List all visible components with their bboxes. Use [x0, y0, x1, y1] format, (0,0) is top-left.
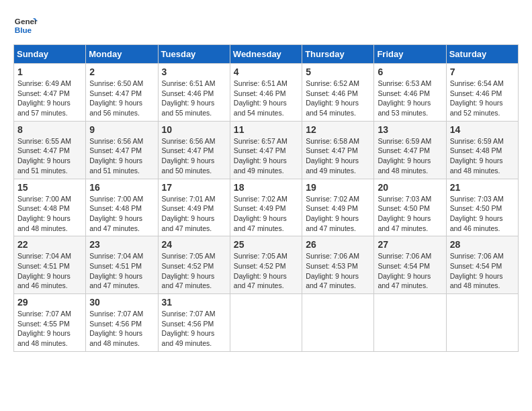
- calendar-cell: 3 Sunrise: 6:51 AMSunset: 4:46 PMDayligh…: [158, 64, 230, 122]
- svg-text:General: General: [15, 17, 38, 26]
- day-info: Sunrise: 7:06 AMSunset: 4:54 PMDaylight:…: [378, 251, 442, 291]
- day-number: 12: [306, 124, 370, 135]
- calendar-cell: 15 Sunrise: 7:00 AMSunset: 4:48 PMDaylig…: [14, 179, 86, 236]
- calendar-cell: [374, 294, 446, 352]
- day-number: 19: [306, 182, 370, 193]
- calendar-cell: 27 Sunrise: 7:06 AMSunset: 4:54 PMDaylig…: [374, 236, 446, 294]
- calendar-cell: 16 Sunrise: 7:00 AMSunset: 4:48 PMDaylig…: [86, 179, 158, 236]
- day-number: 15: [17, 182, 82, 193]
- day-number: 9: [89, 124, 154, 135]
- day-number: 6: [378, 66, 442, 77]
- column-header-monday: Monday: [86, 45, 158, 64]
- day-info: Sunrise: 6:49 AMSunset: 4:47 PMDaylight:…: [17, 79, 82, 118]
- day-info: Sunrise: 7:01 AMSunset: 4:49 PMDaylight:…: [162, 194, 226, 234]
- calendar-cell: 18 Sunrise: 7:02 AMSunset: 4:49 PMDaylig…: [230, 179, 302, 236]
- day-info: Sunrise: 6:55 AMSunset: 4:47 PMDaylight:…: [17, 136, 82, 176]
- day-info: Sunrise: 7:06 AMSunset: 4:53 PMDaylight:…: [306, 251, 370, 291]
- day-info: Sunrise: 6:58 AMSunset: 4:47 PMDaylight:…: [306, 136, 370, 176]
- calendar-cell: 9 Sunrise: 6:56 AMSunset: 4:47 PMDayligh…: [86, 121, 158, 179]
- calendar-cell: 20 Sunrise: 7:03 AMSunset: 4:50 PMDaylig…: [374, 179, 446, 236]
- logo: General Blue: [13, 13, 38, 38]
- column-header-friday: Friday: [374, 45, 446, 64]
- calendar-cell: 14 Sunrise: 6:59 AMSunset: 4:48 PMDaylig…: [446, 121, 518, 179]
- column-header-saturday: Saturday: [446, 45, 518, 64]
- calendar-cell: 25 Sunrise: 7:05 AMSunset: 4:52 PMDaylig…: [230, 236, 302, 294]
- day-info: Sunrise: 7:05 AMSunset: 4:52 PMDaylight:…: [162, 251, 226, 291]
- calendar-cell: 11 Sunrise: 6:57 AMSunset: 4:47 PMDaylig…: [230, 121, 302, 179]
- calendar-cell: 19 Sunrise: 7:02 AMSunset: 4:49 PMDaylig…: [302, 179, 374, 236]
- calendar-cell: 12 Sunrise: 6:58 AMSunset: 4:47 PMDaylig…: [302, 121, 374, 179]
- calendar-cell: [446, 294, 518, 352]
- day-number: 26: [306, 239, 370, 250]
- logo-icon: General Blue: [13, 13, 38, 38]
- day-info: Sunrise: 7:02 AMSunset: 4:49 PMDaylight:…: [306, 194, 370, 234]
- day-number: 14: [450, 124, 515, 135]
- page-header: General Blue: [13, 13, 519, 38]
- day-number: 5: [306, 66, 370, 77]
- column-header-tuesday: Tuesday: [158, 45, 230, 64]
- day-number: 16: [89, 182, 154, 193]
- day-number: 7: [450, 66, 515, 77]
- calendar-week-2: 8 Sunrise: 6:55 AMSunset: 4:47 PMDayligh…: [14, 121, 519, 179]
- calendar-cell: 23 Sunrise: 7:04 AMSunset: 4:51 PMDaylig…: [86, 236, 158, 294]
- day-number: 21: [450, 182, 515, 193]
- day-number: 10: [162, 124, 226, 135]
- calendar-header-row: SundayMondayTuesdayWednesdayThursdayFrid…: [14, 45, 519, 64]
- day-info: Sunrise: 6:52 AMSunset: 4:46 PMDaylight:…: [306, 79, 370, 118]
- calendar-cell: 2 Sunrise: 6:50 AMSunset: 4:47 PMDayligh…: [86, 64, 158, 122]
- calendar-week-4: 22 Sunrise: 7:04 AMSunset: 4:51 PMDaylig…: [14, 236, 519, 294]
- day-info: Sunrise: 6:51 AMSunset: 4:46 PMDaylight:…: [162, 79, 226, 118]
- calendar-week-5: 29 Sunrise: 7:07 AMSunset: 4:55 PMDaylig…: [14, 294, 519, 352]
- day-info: Sunrise: 7:05 AMSunset: 4:52 PMDaylight:…: [234, 251, 298, 291]
- day-info: Sunrise: 7:06 AMSunset: 4:54 PMDaylight:…: [450, 251, 515, 291]
- calendar-cell: 13 Sunrise: 6:59 AMSunset: 4:47 PMDaylig…: [374, 121, 446, 179]
- calendar-cell: [230, 294, 302, 352]
- svg-text:Blue: Blue: [15, 26, 32, 34]
- day-number: 22: [17, 239, 82, 250]
- day-info: Sunrise: 6:54 AMSunset: 4:46 PMDaylight:…: [450, 79, 515, 118]
- calendar-cell: 26 Sunrise: 7:06 AMSunset: 4:53 PMDaylig…: [302, 236, 374, 294]
- day-info: Sunrise: 6:56 AMSunset: 4:47 PMDaylight:…: [162, 136, 226, 176]
- day-info: Sunrise: 6:50 AMSunset: 4:47 PMDaylight:…: [89, 79, 154, 118]
- calendar-cell: 10 Sunrise: 6:56 AMSunset: 4:47 PMDaylig…: [158, 121, 230, 179]
- calendar-cell: [302, 294, 374, 352]
- day-number: 3: [162, 66, 226, 77]
- calendar-cell: 21 Sunrise: 7:03 AMSunset: 4:50 PMDaylig…: [446, 179, 518, 236]
- day-number: 27: [378, 239, 442, 250]
- calendar-table: SundayMondayTuesdayWednesdayThursdayFrid…: [13, 44, 519, 352]
- day-number: 11: [234, 124, 298, 135]
- calendar-cell: 5 Sunrise: 6:52 AMSunset: 4:46 PMDayligh…: [302, 64, 374, 122]
- calendar-cell: 31 Sunrise: 7:07 AMSunset: 4:56 PMDaylig…: [158, 294, 230, 352]
- day-number: 13: [378, 124, 442, 135]
- day-number: 29: [17, 297, 82, 308]
- day-info: Sunrise: 7:00 AMSunset: 4:48 PMDaylight:…: [89, 194, 154, 234]
- calendar-cell: 28 Sunrise: 7:06 AMSunset: 4:54 PMDaylig…: [446, 236, 518, 294]
- calendar-cell: 17 Sunrise: 7:01 AMSunset: 4:49 PMDaylig…: [158, 179, 230, 236]
- day-number: 28: [450, 239, 515, 250]
- day-info: Sunrise: 7:07 AMSunset: 4:56 PMDaylight:…: [89, 309, 154, 349]
- calendar-week-1: 1 Sunrise: 6:49 AMSunset: 4:47 PMDayligh…: [14, 64, 519, 122]
- day-info: Sunrise: 7:04 AMSunset: 4:51 PMDaylight:…: [17, 251, 82, 291]
- day-number: 17: [162, 182, 226, 193]
- day-number: 24: [162, 239, 226, 250]
- day-info: Sunrise: 6:53 AMSunset: 4:46 PMDaylight:…: [378, 79, 442, 118]
- day-number: 30: [89, 297, 154, 308]
- calendar-cell: 1 Sunrise: 6:49 AMSunset: 4:47 PMDayligh…: [14, 64, 86, 122]
- column-header-thursday: Thursday: [302, 45, 374, 64]
- column-header-sunday: Sunday: [14, 45, 86, 64]
- day-info: Sunrise: 6:51 AMSunset: 4:46 PMDaylight:…: [234, 79, 298, 118]
- day-number: 23: [89, 239, 154, 250]
- day-info: Sunrise: 7:04 AMSunset: 4:51 PMDaylight:…: [89, 251, 154, 291]
- calendar-week-3: 15 Sunrise: 7:00 AMSunset: 4:48 PMDaylig…: [14, 179, 519, 236]
- day-info: Sunrise: 7:07 AMSunset: 4:56 PMDaylight:…: [162, 309, 226, 349]
- day-info: Sunrise: 7:00 AMSunset: 4:48 PMDaylight:…: [17, 194, 82, 234]
- day-info: Sunrise: 6:59 AMSunset: 4:47 PMDaylight:…: [378, 136, 442, 176]
- calendar-body: 1 Sunrise: 6:49 AMSunset: 4:47 PMDayligh…: [14, 64, 519, 352]
- day-number: 2: [89, 66, 154, 77]
- day-info: Sunrise: 6:56 AMSunset: 4:47 PMDaylight:…: [89, 136, 154, 176]
- calendar-cell: 6 Sunrise: 6:53 AMSunset: 4:46 PMDayligh…: [374, 64, 446, 122]
- calendar-cell: 7 Sunrise: 6:54 AMSunset: 4:46 PMDayligh…: [446, 64, 518, 122]
- day-number: 8: [17, 124, 82, 135]
- day-number: 4: [234, 66, 298, 77]
- day-number: 1: [17, 66, 82, 77]
